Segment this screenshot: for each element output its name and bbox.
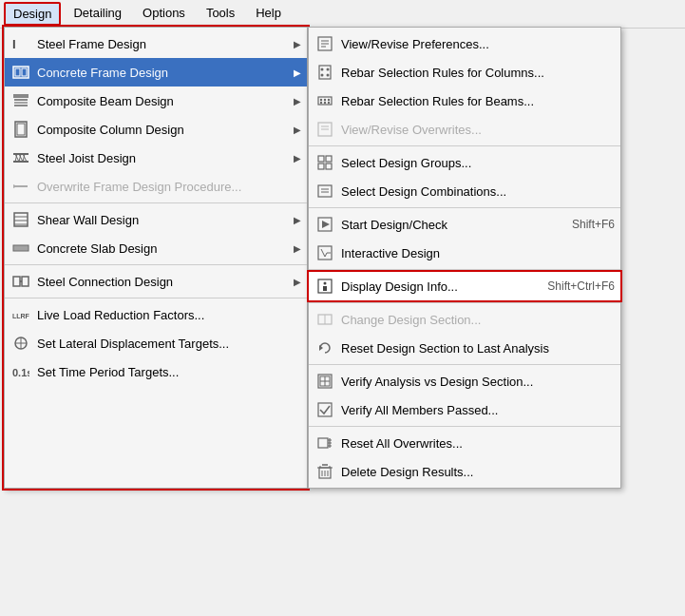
rebar-columns-icon: [314, 62, 335, 83]
menu-item-interactive[interactable]: Interactive Design: [309, 239, 620, 267]
composite-column-arrow: ▶: [294, 125, 301, 135]
menu-item-reset-last[interactable]: Reset Design Section to Last Analysis: [309, 334, 620, 362]
verify-analysis-label: Verify Analysis vs Design Section...: [341, 375, 615, 389]
svg-point-46: [324, 99, 326, 101]
steel-frame-arrow: ▶: [294, 39, 301, 49]
display-info-shortcut: Shift+Ctrl+F6: [528, 279, 615, 293]
steel-connection-icon: [10, 271, 31, 292]
menu-item-time-period[interactable]: 0.1s Set Time Period Targets...: [5, 357, 307, 386]
rebar-beams-label: Rebar Selection Rules for Beams...: [341, 94, 615, 108]
menu-item-change-section[interactable]: Change Design Section...: [309, 305, 620, 334]
live-load-icon: LLRF: [10, 304, 31, 325]
menu-item-view-prefs[interactable]: View/Revise Preferences...: [309, 29, 620, 58]
select-groups-label: Select Design Groups...: [341, 156, 615, 170]
svg-point-40: [321, 68, 324, 71]
concrete-slab-icon: [10, 238, 31, 259]
menu-item-rebar-beams[interactable]: Rebar Selection Rules for Beams...: [309, 87, 620, 115]
menu-detailing[interactable]: Detailing: [65, 2, 130, 26]
menu-item-delete-results[interactable]: Delete Design Results...: [309, 457, 620, 486]
separator-r6: [309, 426, 620, 427]
menu-item-overwrite[interactable]: Overwrite Frame Design Procedure...: [5, 172, 307, 201]
svg-marker-19: [13, 184, 17, 188]
separator-3: [5, 298, 307, 298]
menu-item-reset-overwrites[interactable]: Reset All Overwrites...: [309, 429, 620, 457]
svg-rect-2: [15, 68, 20, 76]
time-period-label: Set Time Period Targets...: [37, 365, 301, 379]
svg-rect-54: [318, 156, 324, 162]
svg-point-45: [320, 99, 322, 101]
svg-rect-75: [318, 438, 328, 448]
separator-r4: [309, 302, 620, 303]
start-design-label: Start Design/Check: [341, 218, 553, 232]
view-prefs-label: View/Revise Preferences...: [341, 37, 615, 51]
interactive-label: Interactive Design: [341, 246, 615, 260]
select-groups-icon: [314, 152, 335, 173]
svg-point-47: [328, 99, 330, 101]
svg-rect-28: [22, 277, 29, 286]
menu-item-display-info[interactable]: Display Design Info... Shift+Ctrl+F6: [309, 272, 620, 300]
display-info-label: Display Design Info...: [341, 279, 528, 294]
start-design-shortcut: Shift+F6: [553, 218, 615, 231]
steel-frame-label: Steel Frame Design: [37, 37, 286, 51]
svg-rect-4: [13, 94, 29, 98]
composite-column-label: Composite Column Design: [37, 123, 286, 137]
menu-item-steel-joist[interactable]: Steel Joist Design ▶: [5, 144, 307, 172]
steel-joist-label: Steel Joist Design: [37, 151, 286, 165]
right-menu-panel: View/Revise Preferences... Rebar Selecti…: [308, 27, 621, 489]
separator-r3: [309, 269, 620, 270]
svg-rect-3: [22, 68, 27, 76]
svg-rect-66: [323, 286, 327, 291]
menu-item-composite-beam[interactable]: Composite Beam Design ▶: [5, 87, 307, 115]
concrete-frame-label: Concrete Frame Design: [37, 66, 286, 80]
menu-item-select-groups[interactable]: Select Design Groups...: [309, 148, 620, 177]
svg-rect-27: [13, 277, 20, 286]
menu-item-composite-column[interactable]: Composite Column Design ▶: [5, 115, 307, 144]
menu-options[interactable]: Options: [134, 2, 194, 26]
menu-item-steel-frame[interactable]: I Steel Frame Design ▶: [5, 29, 307, 58]
svg-text:I: I: [12, 37, 16, 51]
view-overwrites-label: View/Revise Overwrites...: [341, 123, 615, 137]
menu-tools[interactable]: Tools: [198, 2, 243, 26]
delete-results-icon: [314, 461, 335, 482]
svg-rect-56: [318, 164, 324, 169]
menu-item-view-overwrites[interactable]: View/Revise Overwrites...: [309, 115, 620, 144]
svg-point-42: [321, 74, 324, 77]
separator-2: [5, 264, 307, 265]
menu-item-lateral[interactable]: Set Lateral Displacement Targets...: [5, 329, 307, 357]
menu-item-rebar-columns[interactable]: Rebar Selection Rules for Columns...: [309, 58, 620, 87]
menu-item-start-design[interactable]: Start Design/Check Shift+F6: [309, 210, 620, 239]
svg-point-65: [324, 282, 327, 285]
menu-item-concrete-slab[interactable]: Concrete Slab Design ▶: [5, 234, 307, 262]
reset-overwrites-icon: [314, 433, 335, 453]
separator-r5: [309, 364, 620, 365]
concrete-slab-label: Concrete Slab Design: [37, 241, 286, 256]
svg-rect-58: [318, 185, 332, 197]
menu-item-select-combos[interactable]: Select Design Combinations...: [309, 177, 620, 205]
select-combos-label: Select Design Combinations...: [341, 184, 615, 199]
menu-item-steel-connection[interactable]: Steel Connection Design ▶: [5, 267, 307, 296]
menu-item-live-load[interactable]: LLRF Live Load Reduction Factors...: [5, 300, 307, 329]
steel-connection-label: Steel Connection Design: [37, 275, 286, 289]
menu-item-concrete-frame[interactable]: Concrete Frame Design ▶: [5, 58, 307, 87]
composite-beam-icon: [10, 90, 31, 111]
time-period-icon: 0.1s: [10, 361, 31, 382]
lateral-label: Set Lateral Displacement Targets...: [37, 337, 301, 351]
svg-point-49: [324, 102, 326, 104]
menu-item-verify-members[interactable]: Verify All Members Passed...: [309, 395, 620, 424]
view-overwrites-icon: [314, 119, 335, 140]
svg-rect-39: [319, 66, 331, 79]
menu-item-shear-wall[interactable]: Shear Wall Design ▶: [5, 205, 307, 234]
menubar: Design Detailing Options Tools Help: [0, 0, 685, 29]
display-info-icon: [314, 276, 335, 297]
concrete-frame-icon: [10, 62, 31, 83]
menu-item-verify-analysis[interactable]: Verify Analysis vs Design Section...: [309, 367, 620, 395]
shear-wall-arrow: ▶: [294, 215, 301, 225]
menu-design[interactable]: Design: [4, 2, 61, 26]
menu-help[interactable]: Help: [247, 2, 290, 26]
lateral-icon: [10, 333, 31, 354]
separator-r2: [309, 207, 620, 208]
separator-1: [5, 202, 307, 203]
composite-column-icon: [10, 119, 31, 140]
delete-results-label: Delete Design Results...: [341, 465, 615, 479]
select-combos-icon: [314, 181, 335, 202]
